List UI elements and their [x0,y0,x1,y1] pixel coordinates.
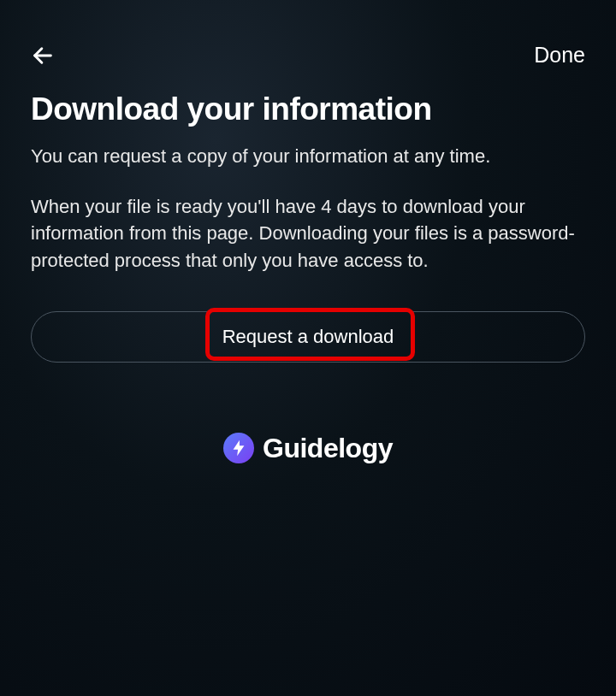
done-link[interactable]: Done [534,43,585,68]
description-text-2: When your file is ready you'll have 4 da… [31,193,585,274]
page-title: Download your information [31,91,585,127]
description-text-1: You can request a copy of your informati… [31,143,585,169]
guidelogy-logo-icon [223,433,254,463]
watermark: Guidelogy [31,433,585,464]
back-arrow-icon[interactable] [31,44,55,68]
watermark-text: Guidelogy [263,433,393,464]
request-download-button[interactable]: Request a download [31,311,585,363]
